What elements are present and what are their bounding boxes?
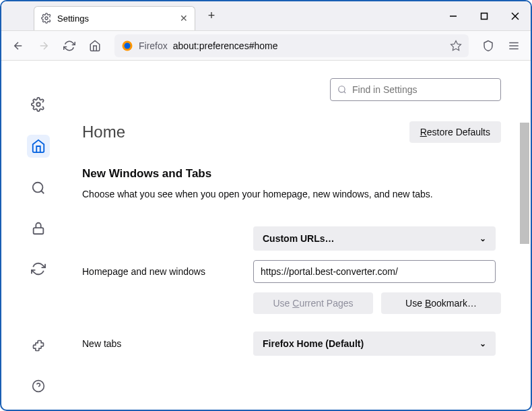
home-button[interactable] bbox=[84, 34, 106, 57]
gear-icon bbox=[41, 13, 52, 24]
chevron-down-icon: ⌄ bbox=[479, 339, 486, 348]
browser-tab[interactable]: Settings ✕ bbox=[34, 6, 195, 30]
minimize-button[interactable] bbox=[438, 1, 469, 31]
newtabs-select[interactable]: Firefox Home (Default) ⌄ bbox=[253, 331, 496, 356]
section-description: Choose what you see when you open your h… bbox=[82, 189, 501, 199]
homepage-mode-select[interactable]: Custom URLs… ⌄ bbox=[253, 226, 496, 251]
svg-point-11 bbox=[36, 102, 40, 106]
nav-toolbar: Firefox about:preferences#home bbox=[1, 31, 531, 61]
homepage-label: Homepage and new windows bbox=[82, 266, 240, 277]
close-window-button[interactable] bbox=[500, 1, 531, 31]
pocket-button[interactable] bbox=[477, 34, 500, 57]
sidebar-item-sync[interactable] bbox=[28, 259, 48, 279]
content-area: Home Restore Defaults New Windows and Ta… bbox=[1, 61, 531, 410]
url-prefix: Firefox bbox=[139, 40, 168, 51]
search-icon bbox=[337, 85, 347, 94]
reload-button[interactable] bbox=[58, 34, 81, 57]
menu-button[interactable] bbox=[502, 34, 525, 57]
svg-rect-2 bbox=[481, 13, 488, 19]
sidebar-item-extensions[interactable] bbox=[28, 336, 48, 356]
page-title: Home bbox=[82, 123, 125, 141]
close-icon[interactable]: ✕ bbox=[180, 13, 188, 24]
new-tab-button[interactable]: + bbox=[202, 7, 221, 26]
find-settings-input[interactable] bbox=[330, 78, 501, 101]
main-panel: Home Restore Defaults New Windows and Ta… bbox=[75, 61, 531, 410]
sidebar-item-help[interactable] bbox=[28, 376, 48, 396]
restore-defaults-button[interactable]: Restore Defaults bbox=[409, 121, 501, 143]
url-bar[interactable]: Firefox about:preferences#home bbox=[114, 34, 469, 57]
select-label: Firefox Home (Default) bbox=[263, 338, 364, 349]
tab-title: Settings bbox=[57, 13, 174, 24]
firefox-icon bbox=[121, 40, 133, 52]
find-settings-field[interactable] bbox=[352, 84, 494, 95]
sidebar-item-privacy[interactable] bbox=[28, 218, 48, 239]
sidebar-item-search[interactable] bbox=[28, 178, 48, 198]
newtabs-label: New tabs bbox=[82, 338, 240, 349]
select-label: Custom URLs… bbox=[263, 233, 335, 244]
sidebar-item-general[interactable] bbox=[28, 94, 48, 115]
svg-rect-14 bbox=[34, 228, 44, 234]
svg-marker-7 bbox=[451, 40, 461, 50]
use-bookmark-button[interactable]: Use Bookmark… bbox=[381, 292, 501, 314]
window-controls bbox=[438, 1, 531, 31]
homepage-url-input[interactable] bbox=[253, 260, 496, 283]
forward-button[interactable] bbox=[32, 34, 55, 57]
settings-sidebar bbox=[1, 61, 75, 410]
svg-point-12 bbox=[33, 183, 43, 193]
svg-line-13 bbox=[41, 191, 44, 193]
maximize-button[interactable] bbox=[469, 1, 500, 31]
url-text: about:preferences#home bbox=[173, 40, 444, 51]
bookmark-star-icon[interactable] bbox=[450, 40, 462, 52]
svg-point-0 bbox=[45, 17, 48, 20]
svg-line-18 bbox=[344, 92, 346, 94]
titlebar: Settings ✕ + bbox=[1, 1, 531, 31]
chevron-down-icon: ⌄ bbox=[479, 234, 486, 243]
sidebar-item-home[interactable] bbox=[27, 135, 50, 158]
use-current-pages-button[interactable]: Use Current Pages bbox=[253, 292, 373, 314]
svg-point-6 bbox=[125, 42, 131, 49]
section-heading: New Windows and Tabs bbox=[82, 167, 501, 181]
svg-point-17 bbox=[339, 86, 345, 92]
scrollbar[interactable] bbox=[520, 123, 529, 244]
back-button[interactable] bbox=[7, 34, 30, 57]
